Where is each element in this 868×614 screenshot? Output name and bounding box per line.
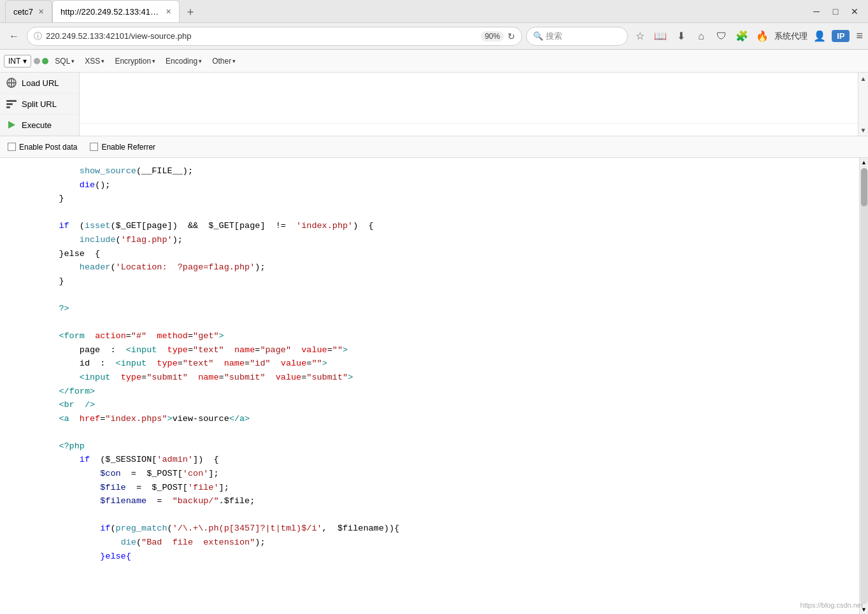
star-icon[interactable]: ☆ [632, 28, 648, 45]
search-box[interactable]: 🔍 搜索 [526, 27, 628, 46]
shield-icon[interactable]: 🛡 [713, 28, 730, 45]
tab-add-button[interactable]: ＋ [180, 0, 201, 22]
load-url-button[interactable]: Load URL [0, 73, 79, 94]
code-line: die("Bad file extension"); [38, 536, 846, 550]
int-select[interactable]: INT ▾ [4, 55, 31, 68]
hackbar-scroll-up[interactable]: ▲ [859, 74, 868, 83]
proxy-label[interactable]: 系统代理 [774, 31, 808, 42]
scroll-up-arrow[interactable]: ▲ [861, 159, 867, 166]
fire-icon[interactable]: 🔥 [754, 28, 771, 45]
svg-rect-6 [6, 106, 10, 108]
search-icon: 🔍 [533, 31, 543, 41]
code-line: <br /> [38, 398, 846, 412]
code-scroll[interactable]: show_source(__FILE__); die(); } if (isse… [0, 158, 859, 614]
execute-label: Execute [22, 120, 52, 130]
int-dropdown-arrow: ▾ [23, 57, 27, 66]
code-line: die(); [38, 178, 846, 192]
load-url-icon [5, 76, 18, 89]
code-line: $filename = "backup/".$file; [38, 494, 846, 508]
reader-icon[interactable]: 📖 [652, 28, 669, 45]
code-line: <a href="index.phps">view-source</a> [38, 412, 846, 426]
download-icon[interactable]: ⬇ [672, 28, 689, 45]
close-button[interactable]: ✕ [846, 3, 863, 20]
enable-post-label: Enable Post data [19, 143, 77, 152]
checkbox-bar: Enable Post data Enable Referrer [0, 136, 868, 158]
hackbar-area: Load URL Split URL Execute ▲ ▼ [0, 73, 868, 136]
browser-window: cetc7 ✕ http://220.249.52.133:41429/i ✕ … [0, 0, 868, 614]
back-button[interactable]: ← [5, 27, 23, 45]
code-line: header('Location: ?page=flag.php'); [38, 261, 846, 275]
code-line: } [38, 275, 846, 289]
status-dots [34, 58, 48, 64]
xss-menu[interactable]: XSS▾ [81, 55, 108, 67]
scroll-track[interactable] [860, 168, 868, 604]
url-input[interactable] [80, 73, 858, 124]
hackbar-scrollbar: ▲ ▼ [858, 73, 868, 136]
search-placeholder: 搜索 [546, 31, 562, 42]
enable-referrer-label: Enable Referrer [101, 143, 155, 152]
code-line: <input type="submit" name="submit" value… [38, 371, 846, 385]
code-area: show_source(__FILE__); die(); } if (isse… [0, 158, 868, 614]
maximize-button[interactable]: □ [827, 3, 844, 20]
address-input-wrap[interactable]: ⓘ 220.249.52.133:42101/view-source.php 9… [27, 27, 522, 46]
encryption-menu[interactable]: Encryption▾ [111, 55, 159, 67]
code-line: if ($_SESSION['admin']) { [38, 453, 846, 467]
code-line: } [38, 192, 846, 206]
hackbar-scroll-down[interactable]: ▼ [859, 125, 868, 134]
ip-badge[interactable]: IP [832, 30, 850, 42]
scroll-thumb[interactable] [861, 168, 867, 206]
enc-arrow: ▾ [152, 58, 155, 64]
menu-icon[interactable]: ≡ [856, 29, 863, 43]
dot-green [42, 58, 48, 64]
reload-button[interactable]: ↻ [508, 31, 515, 41]
enable-post-checkbox[interactable]: Enable Post data [8, 143, 77, 152]
load-url-label: Load URL [22, 78, 59, 88]
other-menu[interactable]: Other▾ [208, 55, 239, 67]
int-label: INT [8, 57, 20, 66]
info-icon: ⓘ [34, 31, 42, 42]
enable-referrer-checkbox[interactable]: Enable Referrer [90, 143, 155, 152]
code-line: <form action="#" method="get"> [38, 329, 846, 343]
vertical-scrollbar[interactable]: ▲ ▼ [859, 158, 868, 614]
split-url-icon [5, 97, 18, 110]
tab-close-1[interactable]: ✕ [38, 8, 44, 16]
sql-menu[interactable]: SQL▾ [51, 55, 78, 67]
post-checkbox-box[interactable] [8, 143, 16, 151]
code-line [38, 316, 846, 330]
hackbar-sidebar: Load URL Split URL Execute [0, 73, 80, 136]
code-line [38, 425, 846, 439]
svg-rect-4 [6, 100, 17, 102]
code-line: page : <input type="text" name="page" va… [38, 343, 846, 357]
sql-arrow: ▾ [71, 58, 75, 64]
tab-cetc7[interactable]: cetc7 ✕ [5, 0, 52, 22]
code-line: }else { [38, 247, 846, 261]
zoom-level: 90% [481, 31, 504, 41]
code-line [38, 508, 846, 522]
tab-title-1: cetc7 [13, 7, 33, 17]
encoding-arrow: ▾ [199, 58, 202, 64]
execute-button[interactable]: Execute [0, 115, 79, 136]
svg-marker-7 [8, 121, 15, 129]
title-bar: cetc7 ✕ http://220.249.52.133:41429/i ✕ … [0, 0, 868, 23]
puzzle-icon[interactable]: 🧩 [734, 28, 750, 45]
address-text[interactable]: 220.249.52.133:42101/view-source.php [46, 31, 477, 41]
tab-active[interactable]: http://220.249.52.133:41429/i ✕ [52, 0, 180, 22]
dot-gray [34, 58, 40, 64]
code-line: show_source(__FILE__); [38, 164, 846, 178]
code-line: if(preg_match('/\.+\.ph(p[3457]?|t|tml)$… [38, 522, 846, 536]
xss-arrow: ▾ [101, 58, 104, 64]
execute-icon [5, 118, 18, 131]
referrer-checkbox-box[interactable] [90, 143, 98, 151]
split-url-button[interactable]: Split URL [0, 94, 79, 115]
encoding-menu[interactable]: Encoding▾ [162, 55, 206, 67]
minimize-button[interactable]: ─ [808, 3, 825, 20]
home-icon[interactable]: ⌂ [693, 28, 709, 45]
code-line: <?php [38, 439, 846, 453]
toolbar-icons: ☆ 📖 ⬇ ⌂ 🛡 🧩 🔥 系统代理 👤 IP ≡ [632, 28, 863, 45]
code-line [38, 206, 846, 220]
avatar-icon[interactable]: 👤 [811, 28, 828, 45]
code-line: }else{ [38, 550, 846, 564]
tab-close-2[interactable]: ✕ [166, 8, 171, 16]
watermark: https://blog.csdn.net [800, 601, 863, 609]
tab-bar: cetc7 ✕ http://220.249.52.133:41429/i ✕ … [5, 0, 803, 22]
